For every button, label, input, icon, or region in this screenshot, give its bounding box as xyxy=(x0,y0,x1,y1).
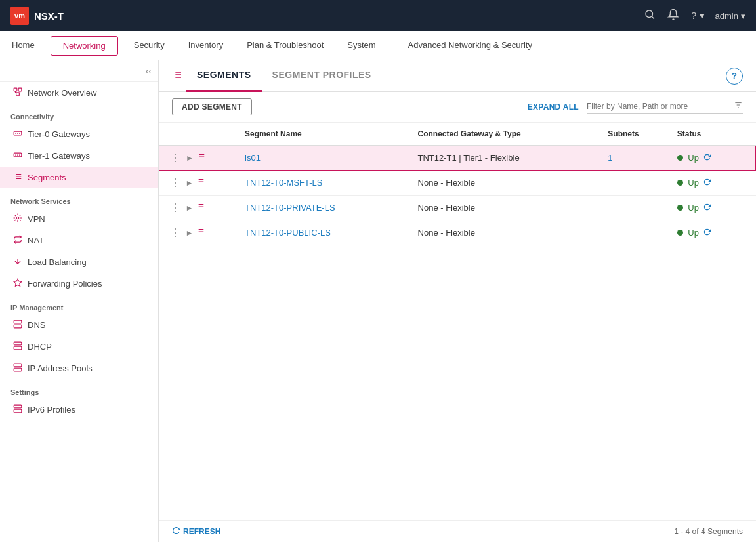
nat-icon xyxy=(13,235,22,246)
help-icon[interactable]: ? ▾ xyxy=(691,10,705,22)
segment-name-link[interactable]: ls01 xyxy=(245,153,261,163)
nav-networking[interactable]: Networking xyxy=(51,36,118,56)
sidebar-item-label: DHCP xyxy=(28,342,52,352)
expand-all-button[interactable]: EXPAND ALL xyxy=(528,102,579,112)
sidebar-item-label: Network Overview xyxy=(28,88,96,98)
col-header-connected-gateway: Connected Gateway & Type xyxy=(410,123,600,146)
nav-advanced[interactable]: Advanced Networking & Security xyxy=(396,31,544,60)
collapse-icon[interactable]: ‹‹ xyxy=(146,66,152,76)
segment-icon xyxy=(196,177,205,188)
svg-rect-33 xyxy=(14,409,22,413)
sidebar-item-label: IP Address Pools xyxy=(28,364,93,373)
sidebar-item-vpn[interactable]: VPN xyxy=(0,208,158,230)
gateway-cell: None - Flexible xyxy=(410,171,600,196)
segment-name-link[interactable]: TNT12-T0-MSFT-LS xyxy=(245,178,322,188)
table-header-row: Segment Name Connected Gateway & Type Su… xyxy=(159,123,756,146)
sidebar-item-forwarding-policies[interactable]: Forwarding Policies xyxy=(0,273,158,295)
col-header-subnets: Subnets xyxy=(600,123,669,146)
sidebar-item-tier0[interactable]: Tier-0 Gateways xyxy=(0,123,158,145)
row-expand-icon[interactable]: ► xyxy=(186,154,194,163)
sidebar-collapse: ‹‹ xyxy=(0,60,158,82)
sidebar-item-label: Forwarding Policies xyxy=(28,279,102,289)
add-segment-button[interactable]: ADD SEGMENT xyxy=(172,98,252,115)
subnet-count-link[interactable]: 1 xyxy=(608,153,612,163)
sidebar-item-label: VPN xyxy=(28,214,45,224)
status-indicator: Up xyxy=(677,178,711,188)
tab-segments[interactable]: SEGMENTS xyxy=(186,60,262,92)
svg-rect-4 xyxy=(16,93,20,96)
ipv6-profiles-icon xyxy=(13,404,22,415)
refresh-button[interactable]: REFRESH xyxy=(172,526,220,537)
sidebar: ‹‹ Network Overview Connectivity Tier-0 … xyxy=(0,60,159,542)
refresh-icon xyxy=(172,526,180,537)
status-refresh-icon[interactable] xyxy=(704,228,711,238)
sidebar-item-nat[interactable]: NAT xyxy=(0,230,158,251)
row-expand-icon[interactable]: ► xyxy=(186,178,194,188)
status-indicator: Up xyxy=(677,203,711,213)
tier1-icon xyxy=(13,150,22,161)
sidebar-item-ipv6-profiles[interactable]: IPv6 Profiles xyxy=(0,399,158,421)
sidebar-item-load-balancing[interactable]: Load Balancing xyxy=(0,251,158,273)
nav-separator xyxy=(392,39,392,53)
row-context-menu[interactable]: ⋮ xyxy=(167,152,183,164)
tab-segment-profiles[interactable]: SEGMENT PROFILES xyxy=(262,60,382,92)
svg-rect-29 xyxy=(14,368,22,371)
tier0-icon xyxy=(13,129,22,140)
network-overview-icon xyxy=(13,87,22,98)
main-layout: ‹‹ Network Overview Connectivity Tier-0 … xyxy=(0,60,756,542)
row-context-menu[interactable]: ⋮ xyxy=(167,201,183,214)
sidebar-item-ip-address-pools[interactable]: IP Address Pools xyxy=(0,358,158,379)
status-refresh-icon[interactable] xyxy=(704,203,711,213)
refresh-label: REFRESH xyxy=(183,527,220,536)
dns-icon xyxy=(13,320,22,331)
segment-name-link[interactable]: TNT12-T0-PUBLIC-LS xyxy=(245,228,331,238)
bell-icon[interactable] xyxy=(667,9,679,23)
search-icon[interactable] xyxy=(644,9,656,23)
row-expand-icon[interactable]: ► xyxy=(186,203,194,213)
app-logo: vm NSX-T xyxy=(10,7,64,25)
table-row: ⋮ ► TNT12-T0-PUBLIC-LSNone - Flexible Up xyxy=(159,220,756,245)
svg-line-1 xyxy=(652,16,654,18)
segment-icon xyxy=(196,152,205,163)
status-refresh-icon[interactable] xyxy=(704,178,711,188)
row-context-menu[interactable]: ⋮ xyxy=(167,226,183,239)
svg-rect-3 xyxy=(18,88,22,91)
sidebar-item-dhcp[interactable]: DHCP xyxy=(0,336,158,358)
svg-rect-21 xyxy=(14,325,22,328)
sidebar-item-tier1[interactable]: Tier-1 Gateways xyxy=(0,145,158,167)
filter-options-icon[interactable] xyxy=(734,100,743,112)
svg-rect-32 xyxy=(14,405,22,408)
status-label: Up xyxy=(688,228,699,238)
status-dot-icon xyxy=(677,230,683,236)
nav-security[interactable]: Security xyxy=(122,31,177,60)
sidebar-item-label: Tier-1 Gateways xyxy=(28,151,90,161)
svg-point-17 xyxy=(16,217,19,219)
status-dot-icon xyxy=(677,155,683,161)
row-context-menu[interactable]: ⋮ xyxy=(167,177,183,189)
segment-name-link[interactable]: TNT12-T0-PRIVATE-LS xyxy=(245,203,335,213)
nav-plan-troubleshoot[interactable]: Plan & Troubleshoot xyxy=(235,31,335,60)
connectivity-section: Connectivity xyxy=(0,104,158,123)
svg-rect-28 xyxy=(14,364,22,367)
segment-icon xyxy=(196,227,205,238)
user-menu[interactable]: admin ▾ xyxy=(715,11,746,21)
status-label: Up xyxy=(688,153,699,163)
table-footer: REFRESH 1 - 4 of 4 Segments xyxy=(159,520,756,542)
row-expand-icon[interactable]: ► xyxy=(186,228,194,238)
gateway-cell: TNT12-T1 | Tier1 - Flexible xyxy=(410,146,600,171)
nav-system[interactable]: System xyxy=(335,31,387,60)
sidebar-item-dns[interactable]: DNS xyxy=(0,314,158,336)
topbar: vm NSX-T ? ▾ admin ▾ xyxy=(0,0,756,31)
nav-home[interactable]: Home xyxy=(0,31,47,60)
col-header-status: Status xyxy=(669,123,756,146)
sidebar-item-label: Segments xyxy=(28,173,66,182)
sidebar-item-segments[interactable]: Segments xyxy=(0,167,158,188)
status-indicator: Up xyxy=(677,153,711,163)
help-button[interactable]: ? xyxy=(726,68,743,85)
col-header-segment-name: Segment Name xyxy=(237,123,410,146)
sidebar-item-network-overview[interactable]: Network Overview xyxy=(0,82,158,104)
svg-rect-2 xyxy=(14,88,17,91)
nav-inventory[interactable]: Inventory xyxy=(177,31,235,60)
status-refresh-icon[interactable] xyxy=(704,153,711,163)
filter-input[interactable] xyxy=(587,102,731,111)
